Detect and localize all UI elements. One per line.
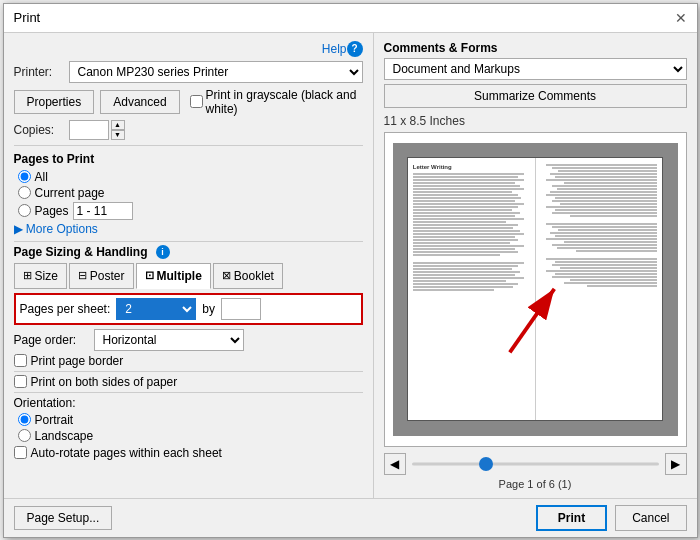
landscape-label: Landscape (35, 429, 94, 443)
dialog-title: Print (14, 10, 41, 25)
title-bar: Print ✕ (4, 4, 697, 33)
comments-forms-select[interactable]: Document and Markups Document Form Field… (384, 58, 687, 80)
auto-rotate-checkbox[interactable] (14, 446, 27, 459)
page-setup-button[interactable]: Page Setup... (14, 506, 113, 530)
copies-down-button[interactable]: ▼ (111, 130, 125, 140)
sizing-tabs: ⊞ Size ⊟ Poster ⊡ Multiple ⊠ Booklet (14, 263, 363, 289)
print-page-border-label: Print page border (31, 354, 124, 368)
close-button[interactable]: ✕ (675, 10, 687, 26)
tab-multiple[interactable]: ⊡ Multiple (136, 263, 211, 289)
portrait-label: Portrait (35, 413, 74, 427)
more-options-toggle[interactable]: ▶ More Options (14, 222, 363, 236)
page-sizing-title: Page Sizing & Handling i (14, 245, 363, 259)
booklet-tab-label: Booklet (234, 269, 274, 283)
copies-input[interactable]: 1 (69, 120, 109, 140)
current-page-label: Current page (35, 186, 105, 200)
printer-row: Printer: Canon MP230 series Printer (14, 61, 363, 83)
page-slider[interactable] (412, 457, 659, 471)
left-panel: Help ? Printer: Canon MP230 series Print… (4, 33, 374, 498)
preview-size-label: 11 x 8.5 Inches (384, 114, 687, 128)
copies-up-button[interactable]: ▲ (111, 120, 125, 130)
help-link[interactable]: Help (322, 42, 347, 56)
preview-page-left: Letter Writing (408, 158, 536, 420)
page-order-label: Page order: (14, 333, 94, 347)
poster-tab-label: Poster (90, 269, 125, 283)
page-info: Page 1 of 6 (1) (384, 478, 687, 490)
pages-per-sheet-label: Pages per sheet: (20, 302, 111, 316)
print-both-sides-row: Print on both sides of paper (14, 375, 363, 389)
right-page-lines (541, 164, 658, 287)
copies-row: Copies: 1 ▲ ▼ (14, 120, 363, 140)
landscape-row: Landscape (18, 429, 363, 443)
current-page-radio-row: Current page (18, 186, 363, 200)
next-page-button[interactable]: ▶ (665, 453, 687, 475)
nav-row: ◀ ▶ (384, 453, 687, 475)
print-page-border-row: Print page border (14, 354, 363, 368)
cancel-button[interactable]: Cancel (615, 505, 686, 531)
dialog-footer: Page Setup... Print Cancel (4, 498, 697, 537)
slider-track (412, 462, 659, 465)
preview-pages-container: Letter Writing (407, 157, 664, 421)
all-radio-row: All (18, 170, 363, 184)
preview-area: Letter Writing (384, 132, 687, 447)
size-tab-icon: ⊞ (23, 269, 32, 282)
auto-rotate-row: Auto-rotate pages within each sheet (14, 446, 363, 460)
pages-per-sheet-select[interactable]: 2 1 4 6 8 9 16 (116, 298, 196, 320)
page-order-select[interactable]: Horizontal Vertical Horizontal Reversed … (94, 329, 244, 351)
preview-inner: Letter Writing (385, 133, 686, 446)
pages-input[interactable] (73, 202, 133, 220)
copies-label: Copies: (14, 123, 69, 137)
landscape-radio[interactable] (18, 429, 31, 442)
multiple-tab-icon: ⊡ (145, 269, 154, 282)
by-label: by (202, 302, 215, 316)
pages-radio[interactable] (18, 204, 31, 217)
grayscale-label: Print in grayscale (black and white) (206, 88, 363, 116)
page-order-row: Page order: Horizontal Vertical Horizont… (14, 329, 363, 351)
pages-range-row: Pages (18, 202, 363, 220)
left-page-lines (413, 173, 530, 291)
preview-background: Letter Writing (393, 143, 678, 436)
comments-forms-title: Comments & Forms (384, 41, 687, 55)
comments-forms-section: Comments & Forms Document and Markups Do… (384, 41, 687, 108)
orientation-radio-group: Portrait Landscape (18, 413, 363, 443)
preview-page-right (536, 158, 663, 420)
multiple-tab-label: Multiple (157, 269, 202, 283)
poster-tab-icon: ⊟ (78, 269, 87, 282)
tab-size[interactable]: ⊞ Size (14, 263, 67, 289)
portrait-row: Portrait (18, 413, 363, 427)
current-page-radio[interactable] (18, 186, 31, 199)
portrait-radio[interactable] (18, 413, 31, 426)
grayscale-checkbox[interactable] (190, 95, 203, 108)
page-sizing-info-icon[interactable]: i (156, 245, 170, 259)
booklet-tab-icon: ⊠ (222, 269, 231, 282)
pages-per-sheet-row: Pages per sheet: 2 1 4 6 8 9 16 by (14, 293, 363, 325)
print-dialog: Print ✕ Help ? Printer: Canon MP230 seri… (3, 3, 698, 538)
prev-page-button[interactable]: ◀ (384, 453, 406, 475)
footer-buttons: Print Cancel (536, 505, 687, 531)
auto-rotate-label: Auto-rotate pages within each sheet (31, 446, 222, 460)
pages-label: Pages (35, 204, 69, 218)
slider-thumb (479, 457, 493, 471)
all-label: All (35, 170, 48, 184)
right-panel: Comments & Forms Document and Markups Do… (374, 33, 697, 498)
pages-radio-group: All Current page Pages (18, 170, 363, 220)
copies-spinner: ▲ ▼ (111, 120, 125, 140)
print-page-border-checkbox[interactable] (14, 354, 27, 367)
by-input[interactable] (221, 298, 261, 320)
print-both-sides-label: Print on both sides of paper (31, 375, 178, 389)
orientation-title: Orientation: (14, 396, 363, 410)
pages-to-print-title: Pages to Print (14, 152, 363, 166)
all-radio[interactable] (18, 170, 31, 183)
properties-button[interactable]: Properties (14, 90, 95, 114)
advanced-button[interactable]: Advanced (100, 90, 179, 114)
summarize-button[interactable]: Summarize Comments (384, 84, 687, 108)
print-button[interactable]: Print (536, 505, 607, 531)
size-tab-label: Size (35, 269, 58, 283)
printer-select[interactable]: Canon MP230 series Printer (69, 61, 363, 83)
help-icon[interactable]: ? (347, 41, 363, 57)
dialog-body: Help ? Printer: Canon MP230 series Print… (4, 33, 697, 498)
tab-booklet[interactable]: ⊠ Booklet (213, 263, 283, 289)
print-both-sides-checkbox[interactable] (14, 375, 27, 388)
tab-poster[interactable]: ⊟ Poster (69, 263, 134, 289)
orientation-section: Orientation: Portrait Landscape (14, 396, 363, 443)
